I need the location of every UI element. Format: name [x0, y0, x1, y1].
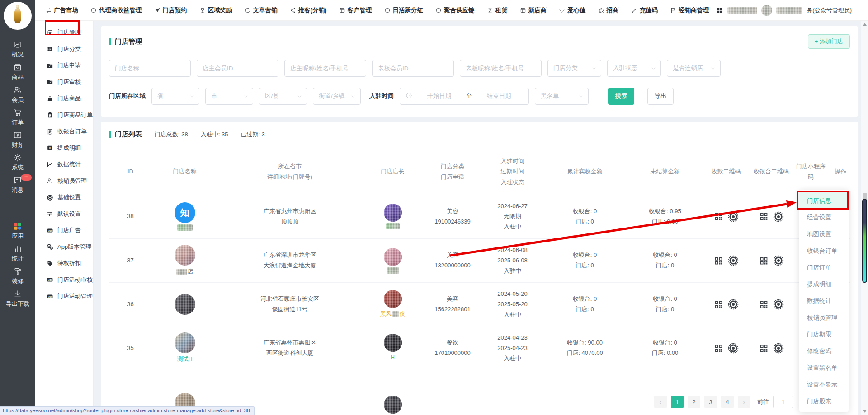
menu-item-收银台订单[interactable]: 收银台订单 [799, 242, 849, 259]
avatar[interactable] [384, 248, 402, 266]
qr-code-icon[interactable] [759, 344, 769, 353]
topnav-item[interactable]: 充值码 [631, 6, 658, 14]
avatar[interactable] [384, 396, 402, 414]
sidebar-item-导出下载[interactable]: 导出下载 [0, 287, 35, 310]
filter-input-1[interactable] [197, 60, 278, 77]
topnav-item[interactable]: 经销商管理 [670, 6, 709, 14]
qr-code-icon[interactable] [759, 256, 769, 266]
avatar[interactable] [175, 332, 195, 353]
menu-item-门店股东[interactable]: 门店股东 [799, 393, 849, 410]
submenu-item-门店申请[interactable]: 门店申请 [35, 57, 93, 74]
submenu-item-核销员管理[interactable]: 核销员管理 [35, 173, 93, 190]
menu-item-修改密码[interactable]: 修改密码 [799, 343, 849, 359]
topnav-item[interactable]: 聚合供应链 [435, 6, 475, 14]
add-store-button[interactable]: + 添加门店 [808, 34, 850, 49]
menu-item-门店订单[interactable]: 门店订单 [799, 259, 849, 276]
region-select-区/县[interactable]: 区/县 [259, 88, 307, 105]
sidebar-item-装修[interactable]: 装修 [0, 265, 35, 287]
submenu-item-App版本管理[interactable]: App版本管理 [35, 239, 93, 256]
submenu-item-门店商品[interactable]: 门店商品 [35, 90, 93, 107]
user-avatar[interactable] [761, 5, 772, 16]
page-button-2[interactable]: 2 [688, 396, 700, 408]
topnav-item[interactable]: 新店商 [520, 6, 547, 14]
miniprogram-code-icon[interactable] [773, 255, 784, 266]
apps-grid-icon[interactable] [715, 6, 723, 14]
menu-item-经营设置[interactable]: 经营设置 [799, 209, 849, 226]
page-button-3[interactable]: 3 [704, 396, 717, 408]
extension-scroll-marker[interactable] [862, 199, 867, 283]
date-range-picker[interactable]: 开始日期 至 结束日期 [400, 88, 529, 105]
topnav-item[interactable]: 客户管理 [339, 6, 372, 14]
topnav-item[interactable]: 区域奖励 [199, 6, 232, 14]
menu-item-地图设置[interactable]: 地图设置 [799, 226, 849, 242]
qr-code-icon[interactable] [759, 300, 769, 309]
browser-scrollbar[interactable] [861, 21, 868, 415]
qr-code-icon[interactable] [714, 256, 723, 266]
submenu-item-特权折扣[interactable]: 特权折扣 [35, 255, 93, 272]
region-select-省[interactable]: 省 [151, 88, 199, 105]
prev-page-button[interactable]: ‹ [654, 396, 667, 408]
sidebar-item-订单[interactable]: 订单 [0, 106, 35, 128]
region-select-街道/乡镇[interactable]: 街道/乡镇 [313, 88, 361, 105]
sidebar-item-系统[interactable]: 系统 [0, 151, 35, 173]
submenu-item-门店活动管理[interactable]: AD 门店活动管理 [35, 288, 93, 305]
submenu-item-门店活动审核[interactable]: AD 门店活动审核 [35, 272, 93, 289]
avatar[interactable] [384, 204, 402, 222]
sidebar-item-商品[interactable]: 商品 [0, 61, 35, 83]
sidebar-item-会员[interactable]: 会员 [0, 83, 35, 106]
filter-select-是否连锁店[interactable]: 是否连锁店 [667, 60, 721, 77]
export-button[interactable]: 导出 [647, 88, 674, 105]
search-button[interactable]: 搜索 [608, 88, 634, 105]
next-page-button[interactable]: › [738, 396, 750, 408]
scroll-up-icon[interactable] [863, 23, 867, 26]
topnav-item[interactable]: 门店预约 [154, 6, 187, 14]
submenu-item-基础设置[interactable]: 基础设置 [35, 189, 93, 206]
blacklist-select[interactable]: 黑名单 [535, 88, 589, 105]
avatar[interactable] [175, 245, 195, 266]
qr-code-icon[interactable] [714, 212, 723, 221]
miniprogram-code-icon[interactable] [773, 211, 784, 222]
submenu-item-默认设置[interactable]: 默认设置 [35, 206, 93, 223]
qr-code-icon[interactable] [759, 212, 769, 221]
sidebar-item-统计[interactable]: 统计 [0, 242, 35, 265]
miniprogram-code-icon[interactable] [728, 343, 739, 354]
menu-item-门店期限[interactable]: 门店期限 [799, 326, 849, 343]
goto-page-input[interactable] [773, 396, 793, 408]
miniprogram-code-icon[interactable] [773, 299, 784, 310]
sidebar-item-消息[interactable]: ••• 消息 [0, 173, 35, 196]
submenu-item-门店管理[interactable]: 门店管理 [35, 24, 93, 41]
topnav-item[interactable]: 租赁 [487, 6, 508, 14]
miniprogram-code-icon[interactable] [728, 299, 739, 310]
submenu-item-门店广告[interactable]: AD 门店广告 [35, 222, 93, 239]
topnav-item[interactable]: 代理商收益管理 [90, 6, 142, 14]
sidebar-item-应用[interactable]: 应用 [0, 219, 35, 242]
sidebar-item-财务[interactable]: 财务 [0, 128, 35, 151]
page-button-4[interactable]: 4 [721, 396, 734, 408]
qr-code-icon[interactable] [714, 300, 723, 309]
brand-avatar[interactable] [4, 2, 32, 30]
submenu-item-数据统计[interactable]: 数据统计 [35, 156, 93, 173]
qr-code-icon[interactable] [714, 344, 723, 353]
filter-input-2[interactable] [284, 60, 366, 77]
filter-input-4[interactable] [460, 60, 542, 77]
submenu-item-收银台订单[interactable]: 收银台订单 [35, 123, 93, 140]
avatar[interactable] [384, 290, 402, 308]
menu-item-数据统计[interactable]: 数据统计 [799, 293, 849, 309]
filter-input-0[interactable] [109, 60, 191, 77]
miniprogram-code-icon[interactable] [728, 255, 739, 266]
avatar[interactable]: 知 [175, 202, 195, 223]
account-role-label[interactable]: 务(公众号管理员) [807, 6, 852, 14]
page-button-1[interactable]: 1 [671, 396, 684, 408]
submenu-item-门店审核[interactable]: 门店审核 [35, 74, 93, 91]
avatar[interactable] [175, 294, 195, 315]
sidebar-item-概况[interactable]: 概况 [0, 38, 35, 61]
menu-item-门店信息[interactable]: 门店信息 [799, 192, 849, 209]
filter-select-入驻状态[interactable]: 入驻状态 [607, 60, 661, 77]
miniprogram-code-icon[interactable] [728, 211, 739, 222]
scroll-down-icon[interactable] [863, 410, 867, 413]
submenu-item-门店分类[interactable]: 门店分类 [35, 41, 93, 58]
region-select-市[interactable]: 市 [205, 88, 253, 105]
menu-item-设置不显示[interactable]: 设置不显示 [799, 376, 849, 393]
topnav-item[interactable]: 日活跃分红 [384, 6, 424, 14]
topnav-item[interactable]: 招商 [598, 6, 619, 14]
